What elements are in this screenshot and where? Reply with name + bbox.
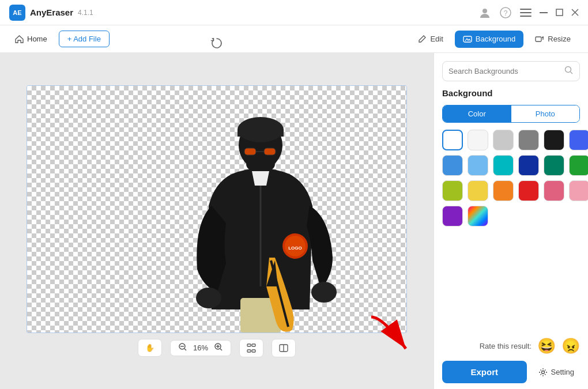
color-swatch-red[interactable]: [518, 180, 539, 201]
tab-photo[interactable]: Photo: [511, 105, 580, 122]
right-panel: Background Color Photo Rate this result:…: [434, 53, 588, 389]
user-icon[interactable]: [478, 6, 491, 19]
pan-tool-button[interactable]: ✋: [138, 339, 162, 357]
svg-text:?: ?: [504, 9, 508, 17]
menu-button[interactable]: [520, 9, 532, 17]
search-icon: [564, 66, 574, 77]
action-row: Export Setting: [442, 361, 580, 383]
svg-rect-37: [247, 350, 251, 352]
svg-line-32: [220, 349, 222, 350]
color-swatch-white-border[interactable]: [442, 130, 463, 150]
titlebar: AE AnyEraser 4.1.1 ?: [0, 0, 588, 25]
color-swatch-cyan[interactable]: [493, 155, 514, 176]
color-swatch-pink[interactable]: [544, 180, 564, 201]
svg-point-21: [311, 282, 337, 303]
canvas-container[interactable]: LOGO: [27, 85, 407, 333]
svg-rect-36: [252, 344, 255, 346]
svg-rect-14: [238, 130, 284, 137]
titlebar-left: AE AnyEraser 4.1.1: [9, 5, 93, 21]
zoom-in-button[interactable]: [212, 343, 225, 353]
split-view-button[interactable]: [272, 339, 296, 357]
svg-rect-4: [520, 12, 532, 13]
resize-button[interactable]: Resize: [527, 31, 579, 48]
titlebar-controls: ?: [478, 6, 579, 19]
svg-line-29: [184, 349, 186, 350]
svg-rect-3: [520, 9, 532, 10]
edit-button[interactable]: Edit: [410, 31, 451, 47]
minimize-button[interactable]: [540, 12, 548, 13]
fit-view-button[interactable]: [239, 339, 263, 357]
color-swatch-yellow[interactable]: [468, 180, 488, 201]
color-swatch-yellow-green[interactable]: [442, 180, 463, 201]
color-swatch-green[interactable]: [569, 155, 588, 176]
app-version: 4.1.1: [78, 9, 93, 17]
color-swatch-dark-blue[interactable]: [518, 155, 539, 176]
color-grid: [442, 130, 580, 226]
color-swatch-light-gray[interactable]: [493, 130, 514, 150]
home-button[interactable]: Home: [9, 31, 53, 47]
svg-rect-38: [252, 350, 255, 352]
svg-point-20: [196, 288, 221, 308]
color-swatch-gray[interactable]: [518, 130, 539, 150]
background-button[interactable]: Background: [455, 31, 523, 48]
panel-bottom: Rate this result: 😆 😠 Export Setting: [442, 337, 580, 383]
tab-color[interactable]: Color: [443, 105, 511, 122]
color-swatch-teal[interactable]: [544, 155, 564, 176]
svg-rect-16: [264, 148, 276, 155]
pan-icon: ✋: [145, 343, 154, 352]
emoji-happy[interactable]: 😆: [537, 337, 556, 355]
app-name: AnyEraser: [30, 7, 73, 17]
color-swatch-light-pink[interactable]: [569, 180, 588, 201]
color-swatch-orange[interactable]: [493, 180, 514, 201]
color-swatch-black[interactable]: [544, 130, 564, 150]
color-swatch-purple[interactable]: [442, 206, 463, 226]
emoji-angry[interactable]: 😠: [561, 337, 580, 355]
svg-point-43: [541, 371, 544, 373]
search-input[interactable]: [448, 67, 560, 75]
color-swatch-sky-blue[interactable]: [442, 155, 463, 176]
rotate-icon[interactable]: [210, 37, 223, 52]
canvas-toolbar: ✋ 16%: [138, 339, 296, 357]
zoom-level: 16%: [190, 343, 211, 352]
app-logo: AE: [9, 5, 25, 21]
zoom-out-button[interactable]: [176, 343, 189, 353]
search-box[interactable]: [442, 61, 580, 81]
color-swatch-blue[interactable]: [569, 130, 588, 150]
svg-line-42: [571, 72, 573, 74]
color-swatch-gradient[interactable]: [468, 206, 488, 226]
svg-rect-6: [540, 12, 548, 13]
color-swatch-light-blue[interactable]: [468, 155, 488, 176]
help-button[interactable]: ?: [499, 6, 512, 19]
svg-rect-11: [536, 37, 541, 41]
rate-label: Rate this result:: [480, 342, 532, 350]
svg-point-0: [483, 9, 487, 13]
svg-text:LOGO: LOGO: [288, 246, 302, 251]
background-section-title: Background: [442, 88, 580, 98]
close-button[interactable]: [571, 9, 579, 16]
setting-button[interactable]: Setting: [533, 363, 580, 382]
svg-point-41: [566, 67, 571, 73]
maximize-button[interactable]: [556, 9, 563, 16]
toolbar: Home + Add File Edit Background Resize: [0, 25, 588, 53]
zoom-controls: 16%: [170, 340, 231, 356]
export-button[interactable]: Export: [442, 361, 527, 383]
subject-image: LOGO: [151, 90, 370, 333]
main-layout: LOGO: [0, 53, 588, 389]
svg-rect-15: [244, 148, 256, 155]
canvas-area: LOGO: [0, 53, 434, 389]
toolbar-right: Edit Background Resize: [410, 31, 579, 48]
background-tabs: Color Photo: [442, 105, 580, 123]
rate-row: Rate this result: 😆 😠: [442, 337, 580, 355]
svg-rect-5: [520, 16, 532, 17]
color-swatch-white[interactable]: [468, 130, 488, 150]
svg-rect-7: [556, 9, 563, 16]
add-file-button[interactable]: + Add File: [59, 31, 110, 47]
svg-rect-35: [247, 344, 251, 346]
toolbar-left: Home + Add File: [9, 31, 110, 47]
